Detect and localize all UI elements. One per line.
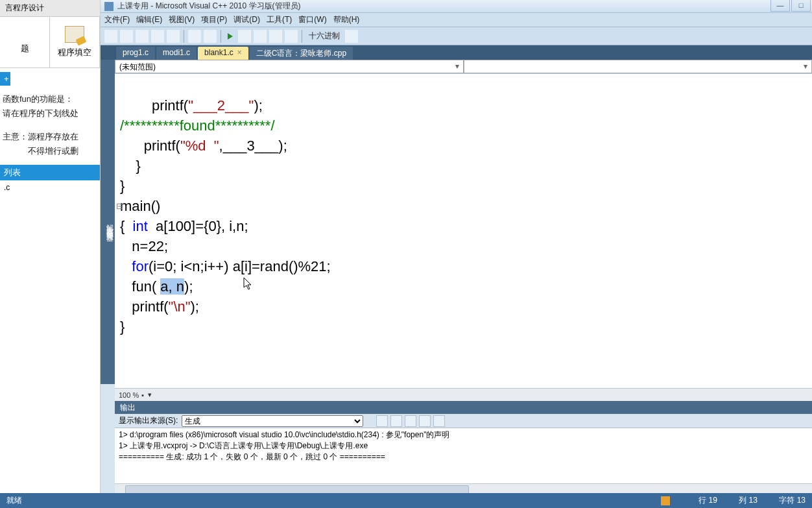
zoom-selector[interactable]: 100 %▪ [115, 388, 812, 401]
ide-window: 上课专用 - Microsoft Visual C++ 2010 学习版(管理员… [101, 0, 812, 502]
side-panel: 言程序设计 题 程序填空 + 函数fun的功能是： 请在程序的下划线处 主意：源… [0, 0, 101, 502]
close-icon[interactable]: × [237, 48, 242, 57]
menu-project[interactable]: 项目(P) [201, 14, 227, 25]
prev-message-icon[interactable] [390, 415, 402, 427]
menu-bar: 文件(F) 编辑(E) 视图(V) 项目(P) 调试(D) 工具(T) 窗口(W… [101, 13, 812, 27]
code [120, 258, 132, 274]
open-icon[interactable] [120, 30, 133, 43]
comment: /**********found**********/ [120, 117, 275, 134]
fill-blank-icon [65, 26, 84, 43]
tab-label: 题 [3, 43, 47, 54]
separator [221, 30, 221, 43]
desc-line: 函数fun的功能是： [3, 92, 97, 106]
menu-file[interactable]: 文件(F) [104, 14, 130, 25]
cut-icon[interactable] [136, 30, 149, 43]
status-char: 字符 13 [779, 496, 806, 505]
step-over-icon[interactable] [254, 30, 267, 43]
code: } [120, 158, 141, 174]
output-panel-header: 输出 [115, 401, 812, 414]
new-project-icon[interactable] [104, 30, 117, 43]
output-line: ========== 生成: 成功 1 个，失败 0 个，最新 0 个，跳过 0… [119, 452, 808, 463]
tab-blank1[interactable]: blank1.c× [198, 47, 248, 60]
tab-modi1[interactable]: modi1.c [156, 47, 197, 60]
code-editor[interactable]: printf("___2___"); /**********found*****… [115, 74, 812, 388]
menu-edit[interactable]: 编辑(E) [136, 14, 162, 25]
minimize-button[interactable]: — [770, 0, 790, 12]
output-text[interactable]: 1> d:\program files (x86)\microsoft visu… [115, 428, 812, 483]
status-ready: 就绪 [6, 495, 661, 506]
code: ,___3___); [219, 138, 287, 154]
string-literal: "___2___" [188, 97, 254, 114]
code: printf( [120, 138, 180, 154]
tab-cpp[interactable]: 二级C语言：梁咏老师.cpp [250, 47, 353, 60]
code: a[100]={0}, i,n; [148, 218, 248, 234]
status-bar: 就绪 行 19 列 13 字符 13 [0, 493, 812, 508]
window-title-bar: 上课专用 - Microsoft Visual C++ 2010 学习版(管理员… [101, 0, 812, 13]
fold-icon[interactable]: ⊟ [116, 196, 123, 216]
keyword: for [132, 258, 149, 274]
status-line: 行 19 [699, 496, 717, 505]
string-literal: "%d " [180, 138, 219, 154]
desc-line: 主意：源程序存放在 [3, 130, 97, 144]
code: { [120, 218, 133, 234]
code: (i=0; i<n;i++) a[i]=rand()%21; [149, 258, 331, 274]
side-panel-title: 言程序设计 [0, 0, 100, 17]
separator [184, 30, 184, 43]
uncomment-icon[interactable] [204, 30, 217, 43]
keyword: int [133, 218, 148, 234]
code: printf( [120, 97, 188, 114]
problem-tab-1[interactable]: 题 [0, 17, 50, 67]
status-col: 列 13 [739, 496, 758, 505]
output-source-select[interactable]: 生成 [182, 415, 363, 427]
tab-label: blank1.c [204, 48, 233, 57]
run-icon[interactable] [228, 33, 233, 40]
output-line: 1> d:\program files (x86)\microsoft visu… [119, 429, 808, 441]
scope-bar: (未知范围) [115, 60, 812, 74]
menu-help[interactable]: 帮助(H) [333, 14, 360, 25]
step-into-icon[interactable] [269, 30, 282, 43]
copy-icon[interactable] [151, 30, 164, 43]
code: } [120, 319, 125, 335]
file-list-header: 列表 [0, 165, 100, 180]
code: n=22; [120, 238, 168, 254]
step-out-icon[interactable] [285, 30, 298, 43]
find-message-icon[interactable] [376, 415, 388, 427]
next-message-icon[interactable] [405, 415, 416, 427]
menu-view[interactable]: 视图(V) [169, 14, 195, 25]
code: ); [184, 278, 193, 295]
member-dropdown[interactable] [464, 60, 813, 73]
app-icon [104, 2, 113, 11]
menu-tools[interactable]: 工具(T) [267, 14, 292, 25]
problem-description: 函数fun的功能是： 请在程序的下划线处 主意：源程序存放在 不得增行或删 [0, 86, 100, 165]
menu-window[interactable]: 窗口(W) [298, 14, 326, 25]
output-toolbar: 显示输出来源(S): 生成 [115, 414, 812, 428]
status-icon [661, 496, 670, 505]
tab-prog1[interactable]: prog1.c [116, 47, 155, 60]
maximize-button[interactable]: □ [791, 0, 811, 12]
stop-icon[interactable] [238, 30, 251, 43]
dropdown-icon[interactable] [345, 30, 358, 43]
code: main() [120, 198, 160, 214]
comment-icon[interactable] [188, 30, 201, 43]
problem-tabs: 题 程序填空 [0, 17, 100, 68]
problem-tab-fill[interactable]: 程序填空 [50, 17, 100, 67]
toggle-wrap-icon[interactable] [433, 415, 445, 427]
code: ); [191, 298, 199, 315]
solution-explorer-tab[interactable]: 解决方案资源管理器 [101, 60, 115, 384]
selection: a, n [160, 278, 184, 295]
window-title: 上课专用 - Microsoft Visual C++ 2010 学习版(管理员… [117, 1, 301, 12]
tab-label: 程序填空 [53, 47, 97, 58]
clear-icon[interactable] [419, 415, 431, 427]
code: } [120, 178, 125, 194]
output-source-label: 显示输出来源(S): [119, 415, 178, 426]
scope-dropdown[interactable]: (未知范围) [115, 60, 464, 73]
code: printf( [120, 298, 169, 315]
output-line: 1> 上课专用.vcxproj -> D:\C语言上课专用\上课专用\Debug… [119, 441, 808, 452]
hex-label[interactable]: 十六进制 [309, 30, 340, 42]
string-literal: "\n" [169, 298, 191, 315]
add-button[interactable]: + [0, 72, 10, 86]
file-list-item[interactable]: .c [0, 180, 100, 195]
desc-line: 请在程序的下划线处 [3, 106, 97, 121]
menu-debug[interactable]: 调试(D) [233, 14, 260, 25]
paste-icon[interactable] [167, 30, 180, 43]
